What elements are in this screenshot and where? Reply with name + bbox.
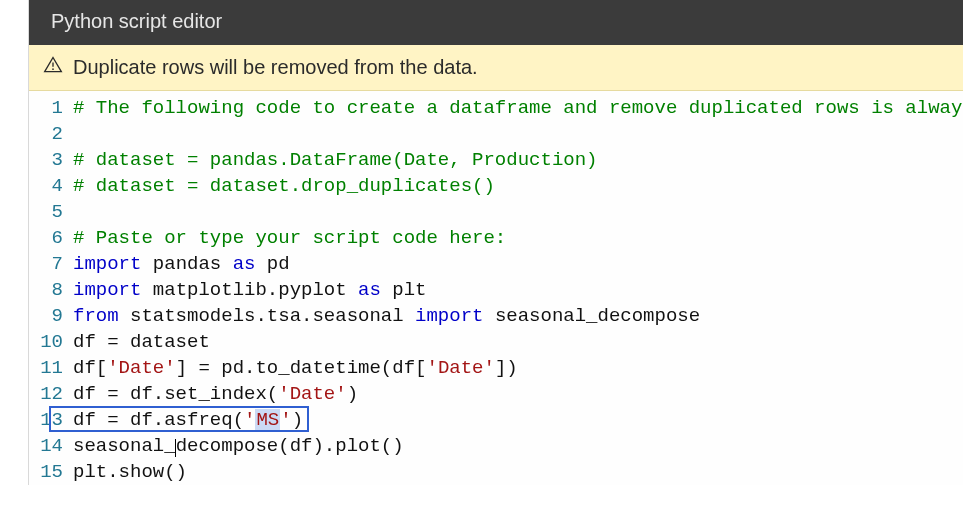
line-number: 6 [29, 225, 73, 251]
code-content[interactable]: df['Date'] = pd.to_datetime(df['Date']) [73, 355, 518, 381]
line-number: 3 [29, 147, 73, 173]
line-number: 13 [29, 407, 73, 433]
code-line[interactable]: 7import pandas as pd [29, 251, 963, 277]
code-line[interactable]: 9from statsmodels.tsa.seasonal import se… [29, 303, 963, 329]
line-number: 9 [29, 303, 73, 329]
code-content[interactable]: import matplotlib.pyplot as plt [73, 277, 426, 303]
code-line[interactable]: 4# dataset = dataset.drop_duplicates() [29, 173, 963, 199]
code-line[interactable]: 12df = df.set_index('Date') [29, 381, 963, 407]
code-line[interactable]: 2 [29, 121, 963, 147]
line-number: 5 [29, 199, 73, 225]
warning-triangle-icon [43, 55, 63, 80]
code-line[interactable]: 13df = df.asfreq('MS') [29, 407, 963, 433]
editor-title: Python script editor [51, 10, 222, 32]
code-line[interactable]: 1# The following code to create a datafr… [29, 95, 963, 121]
code-line[interactable]: 14seasonal_decompose(df).plot() [29, 433, 963, 459]
line-number: 11 [29, 355, 73, 381]
code-editor[interactable]: 1# The following code to create a datafr… [29, 91, 963, 485]
code-content[interactable]: # The following code to create a datafra… [73, 95, 963, 121]
line-number: 12 [29, 381, 73, 407]
line-number: 8 [29, 277, 73, 303]
line-number: 15 [29, 459, 73, 485]
code-line[interactable]: 15plt.show() [29, 459, 963, 485]
code-content[interactable]: # dataset = pandas.DataFrame(Date, Produ… [73, 147, 598, 173]
warning-text: Duplicate rows will be removed from the … [73, 56, 478, 79]
code-line[interactable]: 3# dataset = pandas.DataFrame(Date, Prod… [29, 147, 963, 173]
warning-bar: Duplicate rows will be removed from the … [29, 45, 963, 91]
code-content[interactable]: df = df.set_index('Date') [73, 381, 358, 407]
code-content[interactable]: df = df.asfreq('MS') [73, 407, 303, 433]
code-line[interactable]: 5 [29, 199, 963, 225]
code-content[interactable]: # Paste or type your script code here: [73, 225, 506, 251]
line-number: 4 [29, 173, 73, 199]
code-content[interactable]: seasonal_decompose(df).plot() [73, 433, 404, 459]
code-line[interactable]: 11df['Date'] = pd.to_datetime(df['Date']… [29, 355, 963, 381]
code-content[interactable]: plt.show() [73, 459, 187, 485]
line-number: 1 [29, 95, 73, 121]
editor-title-bar: Python script editor [29, 0, 963, 45]
line-number: 2 [29, 121, 73, 147]
code-line[interactable]: 6# Paste or type your script code here: [29, 225, 963, 251]
code-line[interactable]: 10df = dataset [29, 329, 963, 355]
line-number: 10 [29, 329, 73, 355]
svg-point-1 [52, 68, 54, 70]
code-content[interactable]: df = dataset [73, 329, 210, 355]
line-number: 7 [29, 251, 73, 277]
code-content[interactable]: from statsmodels.tsa.seasonal import sea… [73, 303, 700, 329]
code-content[interactable]: # dataset = dataset.drop_duplicates() [73, 173, 495, 199]
line-number: 14 [29, 433, 73, 459]
code-line[interactable]: 8import matplotlib.pyplot as plt [29, 277, 963, 303]
python-script-editor: Python script editor Duplicate rows will… [28, 0, 963, 485]
code-content[interactable]: import pandas as pd [73, 251, 290, 277]
